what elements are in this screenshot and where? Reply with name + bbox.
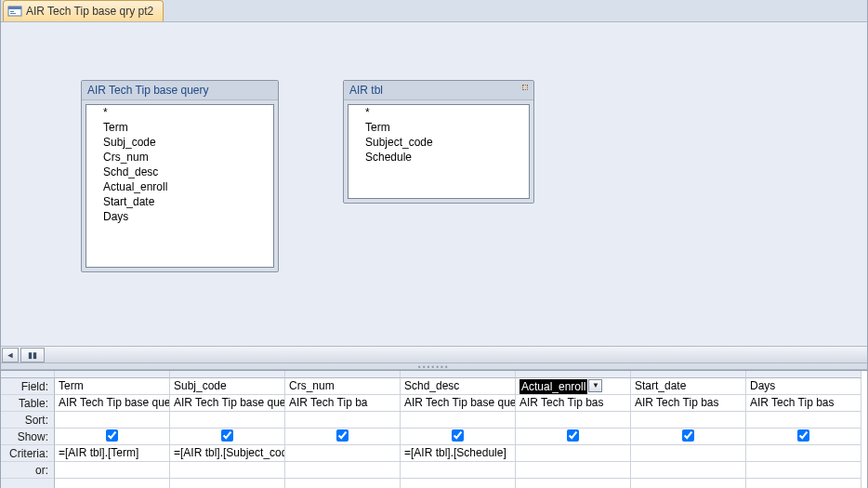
column-header[interactable]	[631, 371, 746, 378]
grid-cell[interactable]	[516, 429, 631, 445]
grid-cell[interactable]	[285, 445, 401, 462]
table-box-base-query[interactable]: AIR Tech Tip base query *TermSubj_codeCr…	[81, 80, 279, 272]
grid-cell[interactable]: Crs_num	[285, 378, 401, 395]
field-item[interactable]: Days	[86, 209, 273, 224]
resize-handle-icon[interactable]	[522, 85, 528, 90]
design-hscroll[interactable]: ◄ ▮▮	[1, 346, 867, 363]
show-checkbox[interactable]	[452, 429, 464, 442]
selected-field[interactable]: Actual_enroll	[519, 379, 587, 394]
dropdown-button[interactable]: ▼	[588, 379, 602, 392]
field-item[interactable]: Schd_desc	[86, 165, 273, 179]
field-item[interactable]: Subject_code	[349, 135, 529, 150]
svg-rect-2	[10, 11, 14, 12]
row-label	[1, 479, 55, 488]
table-box-air-tbl[interactable]: AIR tbl *TermSubject_codeSchedule	[343, 80, 534, 204]
grid-cell[interactable]: Days	[746, 378, 861, 395]
grid-cell[interactable]	[746, 412, 861, 429]
grid-cell[interactable]: Term	[55, 378, 170, 395]
show-checkbox[interactable]	[106, 429, 118, 442]
field-item[interactable]: Actual_enroll	[86, 179, 273, 194]
grid-cell[interactable]: Start_date	[631, 378, 746, 395]
column-header[interactable]	[285, 371, 401, 378]
show-checkbox[interactable]	[567, 429, 579, 442]
field-item[interactable]: *	[86, 105, 273, 120]
scroll-thumb[interactable]: ▮▮	[20, 348, 45, 363]
grid-cell[interactable]: =[AIR tbl].[Schedule]	[401, 445, 516, 462]
grid-cell[interactable]	[55, 429, 170, 445]
scroll-track[interactable]	[46, 348, 867, 363]
tab-active[interactable]: AIR Tech Tip base qry pt2	[3, 0, 164, 21]
grid-cell[interactable]	[55, 462, 170, 479]
grid-cell[interactable]: AIR Tech Tip bas	[631, 395, 746, 412]
grid-cell[interactable]	[285, 412, 401, 429]
show-checkbox[interactable]	[682, 429, 694, 442]
grid-cell[interactable]	[631, 445, 746, 462]
grid-cell[interactable]: AIR Tech Tip ba	[285, 395, 401, 412]
scroll-left-button[interactable]: ◄	[2, 348, 19, 363]
field-item[interactable]: *	[349, 105, 529, 120]
field-list[interactable]: *TermSubj_codeCrs_numSchd_descActual_enr…	[85, 104, 274, 268]
column-header[interactable]	[401, 371, 516, 378]
pane-splitter[interactable]: ▪▪▪▪▪▪▪	[1, 363, 867, 370]
grip-icon: ▪▪▪▪▪▪▪	[418, 363, 450, 371]
grid-cell[interactable]	[55, 479, 170, 488]
grid-cell[interactable]	[516, 445, 631, 462]
grid-cell[interactable]	[401, 429, 516, 445]
query-icon	[7, 4, 22, 19]
grid-cell[interactable]	[516, 462, 631, 479]
field-item[interactable]: Start_date	[86, 194, 273, 209]
grid-cell[interactable]	[631, 412, 746, 429]
column-header[interactable]	[170, 371, 285, 378]
grid-cell[interactable]: AIR Tech Tip base que	[55, 395, 170, 412]
qbe-grid[interactable]: Field:TermSubj_codeCrs_numSchd_descActua…	[1, 370, 867, 488]
grid-cell[interactable]	[170, 429, 285, 445]
grid-cell[interactable]	[746, 429, 861, 445]
column-header[interactable]	[516, 371, 631, 378]
query-design-window: AIR Tech Tip base qry pt2 AIR Tech Tip b…	[0, 0, 868, 488]
grid-cell[interactable]	[285, 462, 401, 479]
grid-cell[interactable]: Subj_code	[170, 378, 285, 395]
grid-cell[interactable]: AIR Tech Tip bas	[516, 395, 631, 412]
grid-cell[interactable]	[746, 479, 861, 488]
grid-cell[interactable]	[631, 479, 746, 488]
grid-cell[interactable]	[170, 462, 285, 479]
grid-cell[interactable]	[401, 412, 516, 429]
tab-bar: AIR Tech Tip base qry pt2	[1, 0, 867, 22]
table-box-title: AIR tbl	[344, 81, 533, 100]
field-item[interactable]: Term	[86, 120, 273, 135]
field-list[interactable]: *TermSubject_codeSchedule	[348, 104, 530, 199]
grid-cell[interactable]: AIR Tech Tip base quer	[401, 395, 516, 412]
grid-cell[interactable]: Actual_enroll▼	[516, 378, 631, 395]
field-item[interactable]: Crs_num	[86, 150, 273, 165]
grid-cell[interactable]	[170, 412, 285, 429]
grid-cell[interactable]: Schd_desc	[401, 378, 516, 395]
grid-cell[interactable]: =[AIR tbl].[Subject_code]	[170, 445, 285, 462]
show-checkbox[interactable]	[797, 429, 809, 442]
column-header[interactable]	[55, 371, 170, 378]
row-label: Sort:	[1, 412, 55, 429]
row-label: Criteria:	[1, 445, 55, 462]
grid-cell[interactable]: =[AIR tbl].[Term]	[55, 445, 170, 462]
grid-cell[interactable]	[631, 429, 746, 445]
field-item[interactable]: Subj_code	[86, 135, 273, 150]
svg-rect-1	[8, 7, 21, 9]
grid-cell[interactable]	[55, 412, 170, 429]
design-surface[interactable]: AIR Tech Tip base query *TermSubj_codeCr…	[1, 22, 867, 346]
grid-cell[interactable]: AIR Tech Tip bas	[746, 395, 861, 412]
grid-cell[interactable]	[401, 462, 516, 479]
grid-cell[interactable]	[170, 479, 285, 488]
field-item[interactable]: Schedule	[349, 150, 529, 165]
field-item[interactable]: Term	[349, 120, 529, 135]
show-checkbox[interactable]	[336, 429, 349, 442]
grid-cell[interactable]	[516, 412, 631, 429]
column-header[interactable]	[746, 371, 861, 378]
grid-cell[interactable]: AIR Tech Tip base query	[170, 395, 285, 412]
grid-cell[interactable]	[401, 479, 516, 488]
grid-cell[interactable]	[285, 429, 401, 445]
grid-cell[interactable]	[746, 462, 861, 479]
grid-cell[interactable]	[516, 479, 631, 488]
grid-cell[interactable]	[746, 445, 861, 462]
grid-cell[interactable]	[631, 462, 746, 479]
grid-cell[interactable]	[285, 479, 401, 488]
show-checkbox[interactable]	[221, 429, 233, 442]
